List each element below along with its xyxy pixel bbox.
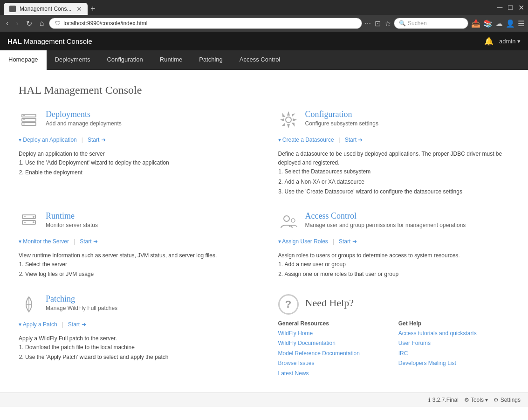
url-bar[interactable]: 🛡 localhost:9990/console/index.html [49,18,362,29]
wildfly-home-link[interactable]: WildFly Home [278,329,389,339]
home-button[interactable]: ⌂ [37,18,47,28]
account-button[interactable]: 👤 [506,19,515,28]
help-title: Need Help? [305,297,354,309]
nav-item-configuration[interactable]: Configuration [98,50,151,70]
forward-button[interactable]: › [14,18,21,28]
tutorials-link[interactable]: Access tutorials and quickstarts [398,329,509,339]
url-text: localhost:9990/console/index.html [63,20,147,27]
runtime-start-link[interactable]: Start ➜ [80,238,98,245]
maximize-button[interactable]: □ [508,3,513,12]
patching-steps: Download the patch file to the local mac… [19,343,250,362]
user-forums-link[interactable]: User Forums [398,338,509,349]
mailing-list-link[interactable]: Developers Mailing List [398,358,509,369]
configuration-step-2: Add a Non-XA or XA datasource [285,178,510,186]
library-button[interactable]: 📚 [483,19,493,28]
nav-item-runtime[interactable]: Runtime [151,50,191,70]
search-placeholder: Suchen [408,20,427,27]
menu-button[interactable]: ☰ [518,19,524,28]
monitor-server-link[interactable]: ▾ Monitor the Server [19,238,69,245]
deployments-title: Deployments [46,110,122,119]
notifications-bell-icon[interactable]: 🔔 [484,37,494,46]
latest-news-link[interactable]: Latest News [278,369,389,379]
general-resources-title: General Resources [278,320,389,327]
tab-close-button[interactable]: ✕ [76,5,82,13]
refresh-button[interactable]: ↻ [24,18,34,29]
close-window-button[interactable]: ✕ [518,3,524,12]
header-icons: 🔔 admin ▾ [484,37,521,46]
wildfly-docs-link[interactable]: WildFly Documentation [278,338,389,349]
tab-title: Management Cons... [20,6,71,12]
get-help-section: Get Help Access tutorials and quickstart… [398,320,509,379]
bookmark-button[interactable]: ☆ [384,19,391,28]
browser-tab[interactable]: Management Cons... ✕ [4,3,88,15]
runtime-icon [19,211,39,232]
deployments-links: ▾ Deploy an Application | Start ➜ [19,135,250,145]
svg-point-13 [284,216,289,221]
help-header: ? Need Help? [278,294,510,315]
configuration-icon [278,110,299,130]
patching-step-2: Use the 'Apply Patch' wizard to select a… [25,353,250,362]
patching-start-link[interactable]: Start ➜ [68,321,86,328]
general-resources-section: General Resources WildFly Home WildFly D… [278,320,389,379]
patching-intro: Apply a WildFly Full patch to the server… [19,334,250,343]
cards-grid: Deployments Add and manage deployments ▾… [19,110,509,379]
sync-button[interactable]: ☁ [495,19,503,28]
model-reference-link[interactable]: Model Reference Documentation [278,349,389,359]
access-control-start-link[interactable]: Start ➜ [339,238,357,245]
configuration-start-link[interactable]: Start ➜ [345,137,363,143]
deploy-application-link[interactable]: ▾ Deploy an Application [19,137,77,143]
user-menu[interactable]: admin ▾ [499,38,521,45]
deployments-start-link[interactable]: Start ➜ [88,137,106,143]
nav-item-deployments[interactable]: Deployments [47,50,99,70]
search-bar[interactable]: 🔍 Suchen [394,18,468,29]
access-control-step-1: Add a new user or group [285,260,510,269]
help-card: ? Need Help? General Resources WildFly H… [278,294,510,379]
access-control-steps: Add a new user or group Assign one or mo… [278,260,510,279]
browser-toolbar: ‹ › ↻ ⌂ 🛡 localhost:9990/console/index.h… [0,15,528,32]
browser-chrome: Management Cons... ✕ + ─ □ ✕ [0,0,528,15]
pocket-button[interactable]: ⊡ [375,19,381,28]
irc-link[interactable]: IRC [398,349,509,359]
runtime-links: ▾ Monitor the Server | Start ➜ [19,236,250,247]
runtime-step-1: Select the server [25,260,250,269]
access-control-title-block: Access Control Manage user and group per… [305,211,466,228]
nav-item-access-control[interactable]: Access Control [231,50,288,70]
patching-step-1: Download the patch file to the local mac… [25,343,250,352]
runtime-title-block: Runtime Monitor server status [46,211,98,228]
tools-label: ⚙ Tools ▾ [464,397,488,403]
deployments-subtitle: Add and manage deployments [46,120,122,127]
back-button[interactable]: ‹ [4,18,11,28]
nav-item-homepage[interactable]: Homepage [0,50,47,70]
app-footer: ℹ 3.2.7.Final ⚙ Tools ▾ ⚙ Settings [0,392,528,407]
assign-user-roles-link[interactable]: ▾ Assign User Roles [278,238,328,245]
access-control-step-2: Assign one or more roles to that user or… [285,270,510,279]
version-icon: ℹ [428,397,431,403]
apply-patch-link[interactable]: ▾ Apply a Patch [19,321,57,328]
browse-issues-link[interactable]: Browse Issues [278,358,389,369]
settings-menu[interactable]: ⚙ Settings [494,397,521,403]
runtime-intro: View runtime information such as server … [19,251,250,260]
search-icon: 🔍 [399,20,406,27]
deployments-title-block: Deployments Add and manage deployments [46,110,122,127]
deployments-intro: Deploy an application to the server [19,150,250,158]
version-info: ℹ 3.2.7.Final [428,397,459,403]
toolbar-actions: ··· ⊡ ☆ [365,19,391,28]
runtime-step-2: View log files or JVM usage [25,270,250,279]
nav-item-patching[interactable]: Patching [191,50,231,70]
main-content: HAL Management Console Deployments [0,70,528,392]
patching-subtitle: Manage WildFly Full patches [46,305,117,311]
access-control-title: Access Control [305,211,466,221]
patching-icon [19,294,39,315]
configuration-body: Define a datasource to be used by deploy… [278,150,510,197]
more-button[interactable]: ··· [365,19,371,28]
extensions-button[interactable]: 📥 [471,19,480,28]
configuration-title: Configuration [305,110,378,119]
tab-favicon [9,6,16,12]
window-controls: ─ □ ✕ [497,3,524,15]
new-tab-button[interactable]: + [88,3,98,15]
minimize-button[interactable]: ─ [497,3,502,12]
tools-menu[interactable]: ⚙ Tools ▾ [464,397,488,403]
patching-title: Patching [46,294,117,304]
create-datasource-link[interactable]: ▾ Create a Datasource [278,137,334,143]
help-grid: General Resources WildFly Home WildFly D… [278,320,510,379]
